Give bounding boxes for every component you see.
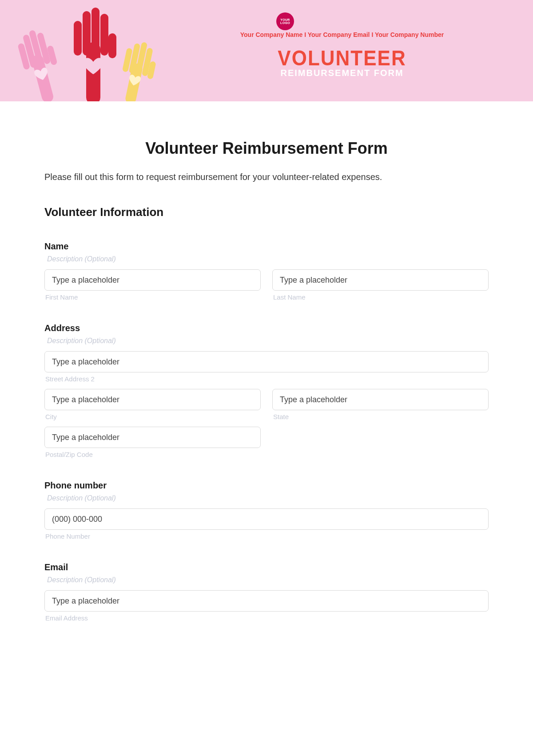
banner-title-main: VOLUNTEER (151, 46, 533, 70)
city-sublabel: City (44, 413, 261, 420)
street-address-2-input[interactable] (44, 351, 489, 372)
street-address-2-sublabel: Street Address 2 (44, 375, 489, 383)
phone-sublabel: Phone Number (44, 532, 489, 540)
field-group-phone: Phone number Description (Optional) Phon… (44, 480, 489, 540)
phone-input[interactable] (44, 508, 489, 530)
field-group-email: Email Description (Optional) Email Addre… (44, 562, 489, 622)
logo-text: YOUR LOGO (276, 18, 294, 24)
email-input[interactable] (44, 590, 489, 612)
state-sublabel: State (272, 413, 489, 420)
first-name-input[interactable] (44, 269, 261, 291)
last-name-sublabel: Last Name (272, 293, 489, 301)
email-label: Email (44, 562, 489, 572)
postal-code-input[interactable] (44, 427, 261, 448)
company-info-line: Your Company Name I Your Company Email I… (0, 31, 533, 38)
postal-code-sublabel: Postal/Zip Code (44, 451, 261, 458)
phone-label: Phone number (44, 480, 489, 491)
field-group-name: Name Description (Optional) First Name L… (44, 241, 489, 301)
company-name: Your Company Name (240, 31, 303, 38)
address-label: Address (44, 323, 489, 333)
company-number: Your Company Number (375, 31, 444, 38)
banner-header: YOUR LOGO Your Company Name I Your Compa… (0, 0, 533, 101)
banner-title-block: VOLUNTEER REIMBURSEMENT FORM (0, 47, 533, 78)
name-description: Description (Optional) (44, 255, 489, 263)
page-title: Volunteer Reimbursement Form (44, 139, 489, 158)
first-name-sublabel: First Name (44, 293, 261, 301)
form-body: Volunteer Reimbursement Form Please fill… (0, 101, 533, 631)
logo-badge: YOUR LOGO (276, 12, 294, 30)
phone-description: Description (Optional) (44, 494, 489, 502)
city-input[interactable] (44, 389, 261, 410)
name-label: Name (44, 241, 489, 252)
address-description: Description (Optional) (44, 337, 489, 345)
last-name-input[interactable] (272, 269, 489, 291)
email-description: Description (Optional) (44, 576, 489, 584)
company-email: Your Company Email (308, 31, 370, 38)
email-sublabel: Email Address (44, 614, 489, 622)
field-group-address: Address Description (Optional) Street Ad… (44, 323, 489, 458)
form-intro-text: Please fill out this form to request rei… (44, 172, 489, 182)
section-title-volunteer: Volunteer Information (44, 205, 489, 219)
state-input[interactable] (272, 389, 489, 410)
